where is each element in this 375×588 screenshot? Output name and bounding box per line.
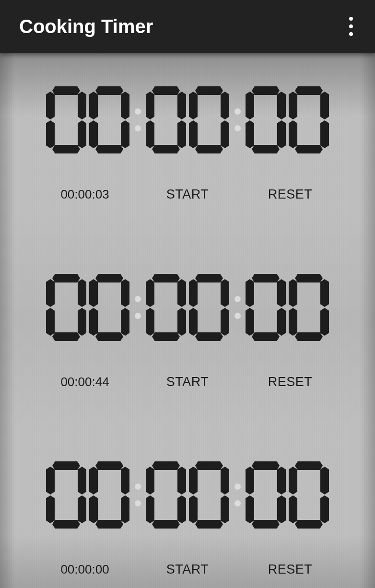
timers-container: 00:00:03 START RESET — [0, 53, 375, 587]
digit-hour-tens — [46, 86, 86, 153]
timer-3-reset-button[interactable]: RESET — [239, 562, 341, 577]
header-title: Cooking Timer — [19, 16, 153, 37]
digit-min-tens — [146, 274, 186, 341]
digit-hour-ones — [89, 86, 129, 153]
digit-min-tens — [146, 461, 186, 529]
timer-3-start-button[interactable]: START — [136, 562, 239, 577]
timer-2: 00:00:44 START RESET — [19, 274, 356, 389]
digit-sec-tens — [246, 274, 286, 341]
colon-icon — [231, 279, 244, 336]
digit-hour-tens — [46, 274, 86, 341]
timer-1: 00:00:03 START RESET — [19, 86, 356, 202]
digit-min-ones — [189, 461, 229, 529]
colon-icon — [131, 279, 144, 336]
colon-icon — [231, 91, 244, 149]
timer-1-preset[interactable]: 00:00:03 — [34, 187, 136, 202]
timer-3-controls: 00:00:00 START RESET — [19, 562, 356, 577]
timer-2-controls: 00:00:44 START RESET — [19, 375, 356, 389]
colon-icon — [131, 91, 144, 149]
timer-3: 00:00:00 START RESET — [19, 461, 356, 577]
colon-icon — [131, 466, 144, 524]
timer-2-display[interactable] — [45, 274, 330, 341]
digit-sec-ones — [289, 86, 329, 153]
digit-sec-tens — [246, 461, 286, 529]
timer-3-display[interactable] — [45, 461, 330, 529]
app-header: Cooking Timer — [0, 0, 375, 53]
more-menu-icon[interactable] — [341, 12, 361, 41]
timer-2-preset[interactable]: 00:00:44 — [34, 375, 136, 389]
timer-1-display[interactable] — [45, 86, 330, 153]
colon-icon — [231, 466, 244, 524]
brushed-surface: 00:00:03 START RESET — [0, 53, 375, 588]
app-root: Cooking Timer — [0, 0, 375, 588]
timer-2-start-button[interactable]: START — [136, 375, 239, 389]
digit-hour-ones — [89, 461, 129, 529]
timer-1-start-button[interactable]: START — [136, 187, 239, 202]
digit-sec-ones — [289, 461, 329, 529]
digit-min-ones — [189, 274, 229, 341]
digit-min-tens — [146, 86, 186, 153]
timer-1-reset-button[interactable]: RESET — [239, 187, 341, 202]
timer-1-controls: 00:00:03 START RESET — [19, 187, 356, 202]
digit-sec-ones — [289, 274, 329, 341]
timer-2-reset-button[interactable]: RESET — [239, 375, 341, 389]
timer-3-preset[interactable]: 00:00:00 — [34, 562, 136, 577]
digit-hour-tens — [46, 461, 86, 529]
digit-sec-tens — [246, 86, 286, 153]
digit-hour-ones — [89, 274, 129, 341]
digit-min-ones — [189, 86, 229, 153]
